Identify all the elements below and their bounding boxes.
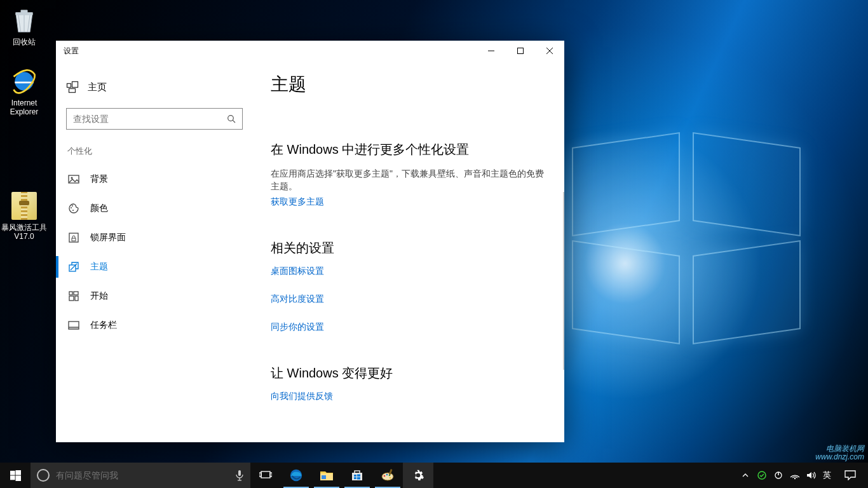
svg-rect-34 — [261, 471, 270, 478]
taskbar-search-input[interactable] — [56, 470, 229, 480]
sidebar-item-lockscreen[interactable]: 锁屏界面 — [66, 223, 243, 252]
link-give-feedback[interactable]: 向我们提供反馈 — [271, 391, 333, 402]
svg-point-13 — [71, 177, 73, 179]
svg-rect-39 — [322, 475, 326, 479]
sidebar-item-colors[interactable]: 颜色 — [66, 194, 243, 223]
taskbar-app-store[interactable] — [342, 463, 372, 488]
svg-rect-44 — [357, 477, 360, 480]
sidebar-item-label: 主题 — [90, 261, 108, 273]
gear-icon — [412, 469, 424, 482]
svg-point-14 — [71, 207, 72, 208]
svg-rect-28 — [15, 470, 21, 475]
action-center-button[interactable] — [836, 470, 864, 480]
section-related-settings: 相关的设置 — [271, 240, 545, 257]
taskbar-app-settings[interactable] — [403, 463, 433, 488]
maximize-icon — [517, 48, 524, 54]
taskbar-app-paint[interactable] — [372, 463, 403, 488]
tray-ime-indicator[interactable]: 英 — [823, 470, 831, 480]
tray-overflow-button[interactable] — [740, 470, 750, 480]
tray-power-icon[interactable] — [773, 470, 783, 480]
tray-network-icon[interactable] — [790, 470, 800, 480]
svg-rect-21 — [74, 292, 78, 295]
desktop-icon-label: Internet Explorer — [0, 98, 48, 116]
desktop-icon-label: 暴风激活工具V17.0 — [0, 223, 48, 241]
windows-store-icon — [351, 469, 363, 482]
internet-explorer-icon — [9, 66, 39, 97]
svg-rect-20 — [69, 292, 72, 295]
search-icon — [227, 114, 236, 123]
window-titlebar[interactable]: 设置 — [56, 41, 564, 61]
more-personalization-desc: 在应用商店选择"获取更多主题"，下载兼具壁纸、声音和主题色的免费主题。 — [271, 167, 545, 193]
taskbar-app-explorer[interactable] — [311, 463, 342, 488]
svg-rect-36 — [270, 473, 272, 477]
settings-content: 主题 在 Windows 中进行更多个性化设置 在应用商店选择"获取更多主题"，… — [253, 61, 564, 442]
link-high-contrast-settings[interactable]: 高对比度设置 — [271, 294, 324, 305]
svg-rect-43 — [354, 477, 356, 479]
settings-search[interactable] — [66, 108, 243, 130]
sidebar-item-themes[interactable]: 主题 — [66, 252, 243, 281]
tray-volume-icon[interactable] — [806, 470, 817, 480]
svg-rect-23 — [75, 296, 78, 301]
home-icon — [66, 81, 79, 93]
desktop-icon-activation-tool[interactable]: 暴风激活工具V17.0 — [0, 191, 48, 241]
svg-rect-35 — [259, 473, 261, 477]
task-view-icon — [259, 470, 272, 480]
sidebar-item-background[interactable]: 背景 — [66, 165, 243, 194]
settings-search-input[interactable] — [73, 114, 227, 124]
link-desktop-icon-settings[interactable]: 桌面图标设置 — [271, 266, 324, 277]
svg-point-45 — [382, 473, 393, 480]
system-tray: 英 — [735, 470, 836, 480]
task-view-button[interactable] — [250, 463, 281, 488]
svg-rect-18 — [72, 238, 76, 241]
svg-rect-27 — [10, 470, 15, 475]
start-grid-icon — [67, 290, 80, 302]
sidebar-item-taskbar[interactable]: 任务栏 — [66, 311, 243, 340]
svg-point-54 — [794, 478, 796, 479]
svg-point-49 — [390, 477, 391, 479]
minimize-button[interactable] — [477, 41, 506, 61]
cortana-icon — [37, 469, 50, 482]
microphone-icon[interactable] — [235, 470, 244, 481]
maximize-button[interactable] — [506, 41, 535, 61]
taskbar-search[interactable] — [31, 463, 250, 488]
sidebar-item-label: 颜色 — [90, 203, 108, 214]
wallpaper-window-glyph — [572, 140, 839, 356]
sidebar-home[interactable]: 主页 — [66, 72, 243, 102]
paint-icon — [381, 469, 395, 482]
tray-security-icon[interactable] — [757, 470, 767, 480]
start-button[interactable] — [0, 463, 31, 488]
svg-point-2 — [15, 72, 33, 90]
sidebar-item-label: 任务栏 — [90, 320, 117, 331]
edge-icon — [289, 468, 303, 482]
settings-window: 设置 主页 — [56, 41, 564, 442]
svg-rect-8 — [72, 82, 78, 88]
svg-rect-9 — [69, 89, 76, 93]
page-title: 主题 — [271, 72, 545, 97]
svg-rect-22 — [69, 296, 74, 301]
desktop-icon-internet-explorer[interactable]: Internet Explorer — [0, 66, 48, 116]
svg-point-10 — [228, 116, 234, 121]
svg-point-47 — [386, 474, 388, 476]
sidebar-item-start[interactable]: 开始 — [66, 281, 243, 311]
scrollbar[interactable] — [563, 192, 564, 370]
windows-logo-icon — [10, 470, 21, 481]
close-button[interactable] — [535, 41, 564, 61]
svg-rect-4 — [518, 48, 524, 54]
desktop-icon-recycle-bin[interactable]: 回收站 — [0, 5, 48, 46]
svg-rect-41 — [354, 475, 356, 477]
recycle-bin-icon — [9, 5, 39, 36]
action-center-icon — [844, 470, 856, 480]
link-sync-settings[interactable]: 同步你的设置 — [271, 322, 324, 333]
settings-sidebar: 主页 个性化 背景 颜色 — [56, 61, 253, 442]
taskbar-app-edge[interactable] — [281, 463, 311, 488]
window-title: 设置 — [56, 46, 79, 57]
svg-rect-30 — [15, 475, 21, 481]
svg-rect-42 — [357, 475, 360, 477]
link-get-more-themes[interactable]: 获取更多主题 — [271, 196, 324, 208]
sidebar-item-label: 锁屏界面 — [90, 232, 126, 243]
desktop-icon-label: 回收站 — [0, 37, 48, 46]
svg-rect-31 — [238, 470, 241, 476]
svg-point-15 — [72, 205, 73, 207]
svg-line-11 — [233, 120, 235, 123]
close-icon — [546, 48, 553, 54]
